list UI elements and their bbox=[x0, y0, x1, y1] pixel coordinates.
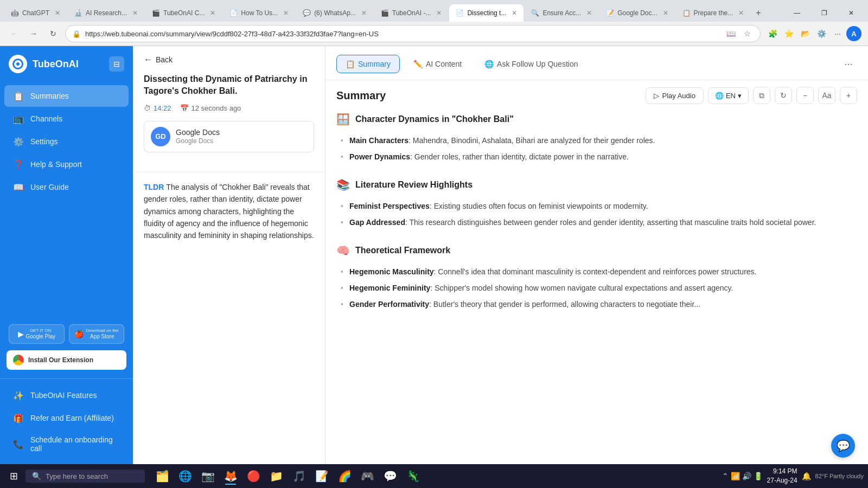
theoretical-bullet-list: Hegemonic Masculinity: Connell's idea th… bbox=[336, 264, 857, 313]
font-size-button[interactable]: Aa bbox=[818, 87, 835, 104]
tab-close[interactable]: ✕ bbox=[738, 9, 744, 17]
sidebar-item-label: Help & Support bbox=[30, 160, 82, 169]
forward-nav-button[interactable]: → bbox=[26, 26, 41, 41]
sidebar-item-settings[interactable]: ⚙️ Settings bbox=[4, 131, 129, 152]
taskbar-app-word[interactable]: 📝 bbox=[311, 466, 333, 486]
timestamp-meta: 📅 12 seconds ago bbox=[180, 104, 241, 112]
tab-close[interactable]: ✕ bbox=[132, 9, 138, 17]
tab-ai-research[interactable]: 🔬 AI Research... ✕ bbox=[68, 4, 144, 22]
tab-favicon: 💬 bbox=[303, 9, 311, 17]
character-section-icon: 🪟 bbox=[336, 113, 350, 126]
tab-close[interactable]: ✕ bbox=[283, 9, 289, 17]
more-options-icon[interactable]: ··· bbox=[830, 26, 845, 41]
settings-toolbar-icon[interactable]: ⚙️ bbox=[814, 26, 829, 41]
sidebar-item-user-guide[interactable]: 📖 User Guide bbox=[4, 176, 129, 198]
taskbar-app-edge-active[interactable]: 🦊 bbox=[220, 466, 241, 486]
tab-favicon: 🎬 bbox=[152, 9, 160, 17]
tab-ai-content[interactable]: ✏️ AI Content bbox=[404, 55, 471, 73]
tab-whatsapp[interactable]: 💬 (6) WhatsAp... ✕ bbox=[296, 4, 373, 22]
refresh-content-button[interactable]: ↻ bbox=[775, 87, 792, 104]
taskbar-app-camera[interactable]: 📷 bbox=[197, 466, 219, 486]
tab-dissecting[interactable]: 📄 Dissecting t... ✕ bbox=[449, 4, 524, 22]
taskbar-app-lizard[interactable]: 🦎 bbox=[402, 466, 424, 486]
address-box[interactable]: 🔒 https://web.tubeonai.com/summary/view/… bbox=[65, 25, 761, 42]
favorites-toolbar-icon[interactable]: ⭐ bbox=[781, 26, 796, 41]
battery-icon[interactable]: 🔋 bbox=[754, 472, 763, 480]
tab-ensure-acc[interactable]: 🔍 Ensure Acc... ✕ bbox=[525, 4, 598, 22]
weather-text: 82°F Partly cloudy bbox=[815, 473, 864, 479]
tab-close[interactable]: ✕ bbox=[436, 9, 442, 17]
duration-meta: ⏱ 14:22 bbox=[144, 104, 171, 112]
close-button[interactable]: ✕ bbox=[839, 4, 864, 22]
copy-button[interactable]: ⧉ bbox=[753, 87, 770, 104]
collections-icon[interactable]: 📂 bbox=[797, 26, 813, 41]
language-button[interactable]: 🌐 EN ▾ bbox=[708, 87, 749, 104]
app-store-button[interactable]: 🍎 Download on theApp Store bbox=[69, 324, 125, 344]
browser-profile-icon[interactable]: A bbox=[846, 26, 861, 41]
tab-chatgpt[interactable]: 🤖 ChatGPT ✕ bbox=[4, 4, 67, 22]
sidebar-item-channels[interactable]: 📺 Channels bbox=[4, 108, 129, 130]
taskbar-search[interactable]: 🔍 Type here to search bbox=[25, 470, 145, 483]
taskbar-app-explorer[interactable]: 📁 bbox=[265, 466, 287, 486]
chevron-up-icon[interactable]: ⌃ bbox=[722, 472, 729, 480]
tab-tubeonai-c[interactable]: 🎬 TubeOnAI C... ✕ bbox=[145, 4, 222, 22]
tab-tubeonai-2[interactable]: 🎬 TubeOnAI -... ✕ bbox=[374, 4, 449, 22]
increase-font-button[interactable]: + bbox=[840, 87, 857, 104]
notification-icon[interactable]: 🔔 bbox=[802, 472, 811, 480]
character-bullet-list: Main Characters: Mahendra, Binodini, Ash… bbox=[336, 132, 857, 165]
favorites-icon[interactable]: ☆ bbox=[741, 27, 754, 40]
taskbar-app-task-view[interactable]: 🗂️ bbox=[151, 466, 173, 486]
tab-prepare[interactable]: 📋 Prepare the... ✕ bbox=[676, 4, 751, 22]
taskbar-app-edge[interactable]: 🌐 bbox=[174, 466, 196, 486]
tab-follow-up[interactable]: 🌐 Ask Follow Up Question bbox=[475, 55, 587, 73]
sidebar-item-features[interactable]: ✨ TubeOnAI Features bbox=[4, 384, 129, 406]
summary-section-character: 🪟 Character Dynamics in "Chokher Bali" M… bbox=[336, 113, 857, 165]
sidebar-nav: 📋 Summaries 📺 Channels ⚙️ Settings ❓ Hel… bbox=[0, 80, 133, 318]
app-store-label: Download on theApp Store bbox=[86, 328, 118, 340]
sidebar-item-summaries[interactable]: 📋 Summaries bbox=[4, 85, 129, 107]
channels-icon: 📺 bbox=[13, 113, 24, 124]
refresh-button[interactable]: ↻ bbox=[46, 26, 61, 41]
chat-support-bubble[interactable]: 💬 bbox=[831, 434, 855, 458]
wifi-icon[interactable]: 📶 bbox=[731, 472, 740, 480]
decrease-font-button[interactable]: − bbox=[796, 87, 814, 104]
taskbar-app-game[interactable]: 🎮 bbox=[356, 466, 378, 486]
taskbar-time[interactable]: 9:14 PM 27-Aug-24 bbox=[767, 467, 797, 485]
install-extension-button[interactable]: Install Our Extension bbox=[7, 350, 126, 370]
apple-icon: 🍎 bbox=[74, 330, 84, 338]
taskbar-app-whatsapp[interactable]: 💬 bbox=[379, 466, 401, 486]
tab-close-chatgpt[interactable]: ✕ bbox=[55, 9, 60, 17]
taskbar-app-colorful[interactable]: 🌈 bbox=[334, 466, 355, 486]
reading-mode-icon[interactable]: 📖 bbox=[724, 27, 737, 40]
sidebar-item-label: Summaries bbox=[30, 92, 69, 100]
source-avatar: GD bbox=[151, 127, 170, 146]
tab-more-button[interactable]: ··· bbox=[840, 55, 857, 73]
volume-icon[interactable]: 🔊 bbox=[742, 472, 751, 480]
tab-summary[interactable]: 📋 Summary bbox=[336, 55, 400, 73]
back-button[interactable]: ← Back bbox=[133, 46, 325, 69]
back-nav-button[interactable]: ← bbox=[7, 26, 22, 41]
tab-close[interactable]: ✕ bbox=[210, 9, 215, 17]
maximize-button[interactable]: ❐ bbox=[812, 4, 837, 22]
taskbar-app-music[interactable]: 🎵 bbox=[288, 466, 310, 486]
tab-close[interactable]: ✕ bbox=[586, 9, 592, 17]
duration-link[interactable]: 14:22 bbox=[154, 104, 171, 112]
tab-close[interactable]: ✕ bbox=[361, 9, 367, 17]
taskbar-app-youtube[interactable]: 🔴 bbox=[242, 466, 264, 486]
sidebar-item-onboarding[interactable]: 📞 Schedule an onboarding call bbox=[4, 430, 129, 458]
start-button[interactable]: ⊞ bbox=[4, 468, 23, 484]
sidebar-item-help[interactable]: ❓ Help & Support bbox=[4, 153, 129, 175]
extensions-icon[interactable]: 🧩 bbox=[765, 26, 780, 41]
tab-close[interactable]: ✕ bbox=[512, 9, 517, 17]
minimize-button[interactable]: — bbox=[784, 4, 809, 22]
tab-how-to-use[interactable]: 📄 How To Us... ✕ bbox=[223, 4, 295, 22]
sidebar-item-affiliate[interactable]: 🎁 Refer and Earn (Affiliate) bbox=[4, 407, 129, 429]
chevron-down-icon: ▾ bbox=[738, 92, 742, 100]
play-audio-button[interactable]: ▷ Play Audio bbox=[646, 87, 704, 104]
tab-google-docs[interactable]: 📝 Google Doc... ✕ bbox=[599, 4, 674, 22]
google-play-button[interactable]: ▶ GET IT ONGoogle Play bbox=[9, 324, 65, 344]
sidebar-collapse-button[interactable]: ⊟ bbox=[109, 56, 124, 72]
new-tab-button[interactable]: + bbox=[751, 6, 765, 20]
tab-close[interactable]: ✕ bbox=[663, 9, 668, 17]
logo-text: TubeOnAI bbox=[33, 59, 79, 70]
